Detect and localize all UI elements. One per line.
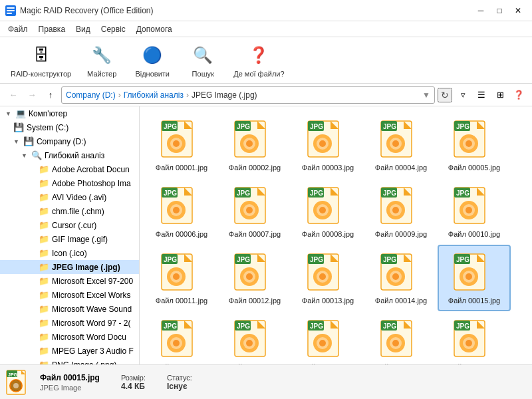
- sidebar-label: Microsoft Excel Works: [52, 291, 130, 300]
- myfils-label: Де мої файли?: [233, 70, 284, 78]
- sidebar-item-ico[interactable]: 📁Icon (.ico): [0, 246, 139, 260]
- sidebar-item-worddoc[interactable]: 📁Microsoft Word Docu: [0, 330, 139, 344]
- sidebar-item-systemC[interactable]: 💾System (C:): [0, 120, 139, 134]
- breadcrumb-analysis[interactable]: Глибокий аналіз: [124, 90, 184, 100]
- sidebar-item-excel97[interactable]: 📁Microsoft Excel 97-200: [0, 274, 139, 288]
- folder-icon: 📁: [39, 262, 49, 272]
- file-item[interactable]: JPG Файл 00010.jpg: [438, 178, 511, 245]
- toolbar-myfils[interactable]: ❓ Де мої файли?: [233, 43, 284, 78]
- file-item[interactable]: JPG Файл 00016.jpg: [145, 311, 218, 364]
- back-button[interactable]: ←: [5, 87, 21, 103]
- view-grid-button[interactable]: ⊞: [492, 87, 508, 103]
- folder-icon: 📁: [39, 178, 49, 188]
- svg-text:JPG: JPG: [310, 256, 323, 263]
- search-label: Пошук: [192, 70, 214, 78]
- menu-item-правка[interactable]: Правка: [33, 23, 71, 36]
- menu-item-вид[interactable]: Вид: [70, 23, 96, 36]
- sidebar-label: System (C:): [27, 123, 68, 132]
- file-label: Файл 00008.jpg: [302, 230, 354, 238]
- folder-icon: 📁: [39, 248, 49, 258]
- folder-icon: 📁: [39, 276, 49, 286]
- svg-point-94: [319, 273, 326, 280]
- sidebar-item-mpeg3[interactable]: 📁MPEG Layer 3 Audio F: [0, 344, 139, 358]
- sidebar-item-avivideo[interactable]: 📁AVI Video (.avi): [0, 190, 139, 204]
- sidebar-item-deepanalysis[interactable]: ▼🔍Глибокий аналіз: [0, 148, 139, 162]
- file-item[interactable]: JPG Файл 00013.jpg: [291, 245, 364, 311]
- file-item[interactable]: JPG Файл 00012.jpg: [218, 245, 291, 311]
- toolbar-search[interactable]: 🔍 Пошук: [183, 43, 223, 78]
- status-size: Розмір: 4.4 КБ: [121, 374, 146, 391]
- status-type: JPEG Image: [40, 384, 100, 392]
- maximize-button[interactable]: □: [491, 3, 508, 18]
- sidebar-item-excelws[interactable]: 📁Microsoft Excel Works: [0, 288, 139, 302]
- file-item[interactable]: JPG Файл 00009.jpg: [364, 178, 438, 245]
- file-item[interactable]: JPG Файл 00020.jpg: [438, 311, 511, 364]
- folder-icon: 📁: [39, 346, 49, 356]
- sidebar-item-computer[interactable]: ▼💻Комп'ютер: [0, 106, 139, 120]
- file-item[interactable]: JPG Файл 00003.jpg: [291, 112, 364, 178]
- folder-icon: 📁: [39, 360, 49, 364]
- file-item[interactable]: JPG Файл 00008.jpg: [291, 178, 364, 245]
- sidebar-item-chm[interactable]: 📁chm.file (.chm): [0, 204, 139, 218]
- wizard-label: Майстер: [87, 70, 116, 78]
- file-item[interactable]: JPG Файл 00011.jpg: [145, 245, 218, 311]
- sidebar-label: Microsoft Word 97 - 2(: [52, 319, 130, 328]
- file-item[interactable]: JPG Файл 00014.jpg: [364, 245, 438, 311]
- sidebar-item-png[interactable]: 📁PNG Image (.png): [0, 358, 139, 364]
- toolbar-raid[interactable]: 🗄 RAID-конструктор: [11, 43, 71, 78]
- menu-item-допомога[interactable]: Допомога: [131, 23, 178, 36]
- view-list-button[interactable]: ☰: [473, 87, 489, 103]
- sidebar-item-adobeacrobat[interactable]: 📁Adobe Acrobat Docun: [0, 162, 139, 176]
- menu-item-сервіс[interactable]: Сервіс: [96, 23, 131, 36]
- file-item[interactable]: JPG Файл 00018.jpg: [291, 311, 364, 364]
- forward-button[interactable]: →: [24, 87, 40, 103]
- file-item[interactable]: JPG Файл 00019.jpg: [364, 311, 438, 364]
- folder-icon: 📁: [39, 304, 49, 314]
- file-item[interactable]: JPG Файл 00002.jpg: [218, 112, 291, 178]
- file-item[interactable]: JPG Файл 00005.jpg: [438, 112, 511, 178]
- file-item[interactable]: JPG Файл 00004.jpg: [364, 112, 438, 178]
- sidebar-item-companyD[interactable]: ▼💾Company (D:): [0, 134, 139, 148]
- file-icon-10: JPG: [160, 251, 203, 294]
- size-value: 4.4 КБ: [121, 382, 146, 391]
- svg-text:JPG: JPG: [237, 123, 250, 130]
- file-item[interactable]: JPG Файл 00006.jpg: [145, 178, 218, 245]
- file-label: Файл 00011.jpg: [156, 297, 207, 305]
- svg-text:JPG: JPG: [237, 323, 250, 330]
- file-label: Файл 00013.jpg: [302, 297, 354, 305]
- sidebar-item-wavesound[interactable]: 📁Microsoft Wave Sound: [0, 302, 139, 316]
- file-icon-5: JPG: [160, 185, 203, 227]
- status-status: Статус: Існує: [167, 374, 192, 391]
- status-value: Існує: [167, 382, 192, 391]
- svg-point-122: [246, 340, 253, 346]
- sidebar-item-word97[interactable]: 📁Microsoft Word 97 - 2(: [0, 316, 139, 330]
- folder-icon: 📁: [39, 332, 49, 342]
- file-item[interactable]: JPG Файл 00001.jpg: [145, 112, 218, 178]
- sidebar-item-gif[interactable]: 📁GIF Image (.gif): [0, 232, 139, 246]
- sidebar-label: Adobe Acrobat Docun: [52, 165, 130, 174]
- sidebar-item-cursor[interactable]: 📁Cursor (.cur): [0, 218, 139, 232]
- file-item[interactable]: JPG Файл 00017.jpg: [218, 311, 291, 364]
- up-button[interactable]: ↑: [43, 87, 59, 103]
- help-nav-button[interactable]: ❓: [511, 87, 527, 103]
- filter-button[interactable]: ▿: [455, 87, 471, 103]
- refresh-button[interactable]: ↻: [438, 88, 452, 102]
- sidebar-label: Adobe Photoshop Ima: [52, 179, 131, 188]
- sidebar-label: AVI Video (.avi): [52, 193, 106, 202]
- minimize-button[interactable]: ─: [472, 3, 489, 18]
- search-icon: 🔍: [191, 43, 215, 67]
- svg-text:JPG: JPG: [456, 190, 469, 197]
- sidebar-label: Microsoft Excel 97-200: [52, 277, 133, 286]
- svg-point-101: [392, 273, 399, 280]
- file-label: Файл 00002.jpg: [229, 164, 281, 172]
- breadcrumb-company[interactable]: Company (D:): [66, 90, 116, 100]
- close-button[interactable]: ✕: [509, 3, 527, 18]
- menu-item-файл[interactable]: Файл: [3, 23, 33, 36]
- toolbar-restore[interactable]: 🔵 Відновити: [132, 43, 172, 78]
- sidebar-item-jpeg[interactable]: 📁JPEG Image (.jpg): [0, 260, 139, 274]
- file-label: Файл 00005.jpg: [448, 164, 500, 172]
- sidebar-item-adobephotoshop[interactable]: 📁Adobe Photoshop Ima: [0, 176, 139, 190]
- file-item[interactable]: JPG Файл 00015.jpg: [438, 245, 511, 311]
- toolbar-wizard[interactable]: 🔧 Майстер: [82, 43, 122, 78]
- file-item[interactable]: JPG Файл 00007.jpg: [218, 178, 291, 245]
